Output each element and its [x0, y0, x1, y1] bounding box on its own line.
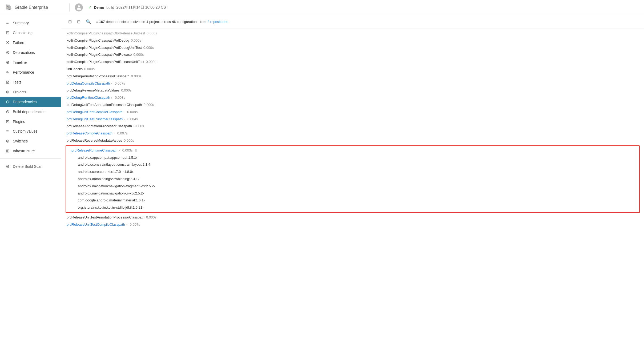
- dep-name[interactable]: prdDebugUnitTestCompileClasspath: [67, 109, 123, 115]
- deprecations-icon: ⊙: [5, 50, 10, 55]
- highlighted-dep-header[interactable]: prdReleaseRuntimeClasspath ∨ 0.003s ⧉: [66, 147, 639, 154]
- list-item[interactable]: androidx.core:core-ktx:1.7.0 → 1.8.0 ›: [66, 168, 639, 176]
- list-item[interactable]: prdDebugUnitTestRuntimeClasspath › 0.004…: [61, 116, 644, 123]
- collapse-all-button[interactable]: ⊟: [67, 18, 73, 25]
- dep-name: prdReleaseReverseMetadataValues: [67, 138, 122, 144]
- summary-info: ≡ 167 dependencies resolved in 1 project…: [96, 20, 228, 24]
- copy-icon[interactable]: ⧉: [135, 148, 137, 153]
- chevron-right-icon: ›: [124, 110, 125, 114]
- dep-name[interactable]: prdDebugUnitTestRuntimeClasspath: [67, 117, 123, 122]
- sidebar-item-build-dependencies[interactable]: ⊙ Build dependencies: [0, 107, 61, 117]
- sidebar-label-failure: Failure: [13, 41, 24, 45]
- sidebar-item-console-log[interactable]: ⊡ Console log: [0, 28, 61, 38]
- list-item[interactable]: prdDebugRuntimeClasspath › 0.003s: [61, 94, 644, 101]
- project-count: 1: [146, 20, 148, 24]
- list-item[interactable]: com.google.android.material:material:1.6…: [66, 197, 639, 204]
- tests-icon: ⊠: [5, 79, 10, 85]
- list-item[interactable]: prdDebugAnnotationProcessorClasspath 0.0…: [61, 73, 644, 80]
- delete-icon: ⊖: [5, 164, 10, 169]
- sidebar-label-tests: Tests: [13, 80, 22, 84]
- list-item[interactable]: prdReleaseReverseMetadataValues 0.000s: [61, 137, 644, 144]
- dependencies-icon: ⊙: [5, 99, 10, 104]
- sidebar-item-plugins[interactable]: ⊡ Plugins: [0, 117, 61, 126]
- sidebar-item-tests[interactable]: ⊠ Tests: [0, 77, 61, 87]
- version-arrow-icon: →: [121, 169, 124, 175]
- dep-time: 0.000s: [146, 59, 156, 65]
- sidebar-label-custom-values: Custom values: [13, 129, 38, 133]
- dep-name: prdReleaseUnitTestAnnotationProcessorCla…: [67, 215, 144, 220]
- build-label: build: [106, 5, 114, 10]
- sidebar-item-failure[interactable]: ✕ Failure: [0, 38, 61, 47]
- list-item[interactable]: lintChecks 0.000s: [61, 66, 644, 73]
- dep-name[interactable]: prdDebugCompileClasspath: [67, 81, 110, 86]
- dep-name[interactable]: prdDebugRuntimeClasspath: [67, 95, 110, 101]
- dep-name[interactable]: prdReleaseUnitTestCompileClasspath: [67, 222, 125, 228]
- chevron-right-icon: ›: [143, 198, 144, 203]
- sidebar-label-switches: Switches: [13, 139, 28, 143]
- sidebar-item-summary[interactable]: ≡ Summary: [0, 18, 61, 28]
- list-item[interactable]: kotlinCompilerPluginClasspathPrdRelease …: [61, 51, 644, 58]
- dep-time: 0.004s: [127, 117, 138, 122]
- logo-area: 🐘 Gradle Enterprise: [5, 4, 64, 11]
- list-item[interactable]: androidx.appcompat:appcompat:1.5.1 ›: [66, 154, 639, 161]
- summary-icon-list: ≡: [96, 20, 98, 24]
- sidebar-label-projects: Projects: [13, 90, 26, 94]
- logo-text: Gradle Enterprise: [15, 5, 48, 10]
- sidebar-item-projects[interactable]: ⊗ Projects: [0, 87, 61, 97]
- dep-name[interactable]: prdReleaseCompileClasspath: [67, 131, 112, 136]
- dep-name: androidx.navigation:navigation-ui-ktx:2.…: [78, 191, 143, 196]
- list-item[interactable]: prdReleaseUnitTestCompileClasspath › 0.0…: [61, 221, 644, 228]
- list-item[interactable]: androidx.navigation:navigation-fragment-…: [66, 183, 639, 190]
- delete-label: Delete Build Scan: [13, 164, 42, 169]
- chevron-right-icon: ›: [114, 131, 115, 136]
- repositories-link[interactable]: 2 repositories: [207, 20, 228, 24]
- dep-name: kotlinCompilerPluginClasspathPrdDebug: [67, 38, 129, 43]
- sidebar-label-build-dependencies: Build dependencies: [13, 110, 45, 114]
- dep-name: com.google.android.material:material:1.6…: [78, 198, 143, 203]
- sidebar-item-timeline[interactable]: ⊕ Timeline: [0, 57, 61, 67]
- header-build-info: ✓ Demo build 2022年11月14日 16:00:23 CST: [75, 3, 639, 11]
- build-status-check: ✓: [88, 5, 92, 10]
- performance-icon: ∿: [5, 70, 10, 75]
- dep-name: androidx.navigation:navigation-fragment-…: [78, 184, 154, 189]
- dep-time: 0.007s: [115, 81, 125, 86]
- delete-build-scan-button[interactable]: ⊖ Delete Build Scan: [0, 161, 61, 171]
- repo-count: 2: [207, 20, 209, 24]
- list-item[interactable]: prdDebugUnitTestCompileClasspath › 0.008…: [61, 109, 644, 116]
- list-item[interactable]: androidx.navigation:navigation-ui-ktx:2.…: [66, 190, 639, 197]
- sidebar-item-dependencies[interactable]: ⊙ Dependencies: [0, 97, 61, 107]
- list-item[interactable]: kotlinCompilerPluginClasspathPrdDebugUni…: [61, 44, 644, 51]
- sidebar-label-infrastructure: Infrastructure: [13, 149, 35, 153]
- gradle-logo-icon: 🐘: [5, 4, 13, 11]
- sidebar-divider: [0, 158, 61, 159]
- sidebar-item-infrastructure[interactable]: ⊞ Infrastructure: [0, 146, 61, 156]
- list-item[interactable]: kotlinCompilerPluginClasspathPrdReleaseU…: [61, 58, 644, 66]
- sidebar-item-deprecations[interactable]: ⊙ Deprecations: [0, 47, 61, 57]
- list-item[interactable]: prdDebugCompileClasspath › 0.007s: [61, 80, 644, 87]
- list-item[interactable]: androidx.constraintlayout:constraintlayo…: [66, 161, 639, 168]
- sidebar-item-custom-values[interactable]: ≡ Custom values: [0, 126, 61, 136]
- list-item[interactable]: prdReleaseCompileClasspath › 0.007s: [61, 130, 644, 137]
- list-item[interactable]: prdReleaseUnitTestAnnotationProcessorCla…: [61, 214, 644, 221]
- dep-header-name[interactable]: prdReleaseRuntimeClasspath: [71, 148, 118, 153]
- chevron-right-icon: ›: [126, 222, 127, 227]
- chevron-right-icon: ›: [124, 117, 125, 122]
- projects-icon: ⊗: [5, 89, 10, 94]
- list-item[interactable]: org.jetbrains.kotlin:kotlin-stdlib-jdk8:…: [66, 204, 639, 211]
- sidebar-label-dependencies: Dependencies: [13, 100, 37, 104]
- dep-time: 0.003s: [115, 95, 125, 101]
- search-button[interactable]: 🔍: [84, 18, 93, 25]
- timeline-icon: ⊕: [5, 60, 10, 65]
- dep-name: prdDebugUnitTestAnnotationProcessorClass…: [67, 102, 142, 108]
- list-item[interactable]: androidx.databinding:viewbinding:7.3.1 ›: [66, 176, 639, 183]
- list-item[interactable]: kotlinCompilerPluginClasspathPrdDebug 0.…: [61, 37, 644, 44]
- list-item[interactable]: prdReleaseAnnotationProcessorClasspath 0…: [61, 123, 644, 130]
- sidebar-item-switches[interactable]: ⊗ Switches: [0, 136, 61, 146]
- list-item[interactable]: prdDebugUnitTestAnnotationProcessorClass…: [61, 101, 644, 109]
- expand-all-button[interactable]: ⊞: [75, 18, 82, 25]
- list-item[interactable]: kotlinCompilerPluginClasspathDbvReleaseU…: [61, 30, 644, 37]
- list-item[interactable]: prdDebugReverseMetadataValues 0.000s: [61, 87, 644, 94]
- chevron-right-icon: ›: [150, 162, 151, 168]
- sidebar-item-performance[interactable]: ∿ Performance: [0, 67, 61, 77]
- dep-time: 0.000s: [84, 66, 95, 72]
